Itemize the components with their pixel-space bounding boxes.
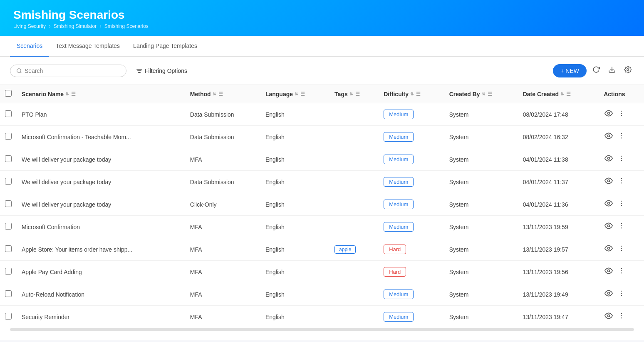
more-options-button[interactable] bbox=[617, 289, 626, 300]
filter-created-by-icon[interactable]: ☰ bbox=[488, 91, 492, 97]
view-button[interactable] bbox=[604, 311, 614, 323]
row-scenario-name: Apple Store: Your items order have shipp… bbox=[17, 238, 185, 261]
row-checkbox-cell bbox=[0, 306, 17, 328]
row-checkbox-4[interactable] bbox=[5, 200, 12, 207]
row-difficulty: Medium bbox=[379, 103, 444, 126]
breadcrumb-item-3[interactable]: Smishing Scenarios bbox=[104, 23, 149, 29]
row-checkbox-6[interactable] bbox=[5, 245, 12, 252]
table-row: Microsoft Confirmation - Teachable Mom..… bbox=[0, 126, 644, 148]
svg-point-34 bbox=[621, 270, 622, 271]
row-scenario-name: We will deliver your package today bbox=[17, 193, 185, 216]
row-created-by: System bbox=[444, 193, 518, 216]
search-input[interactable] bbox=[25, 67, 120, 74]
more-icon bbox=[618, 222, 625, 230]
more-options-button[interactable] bbox=[617, 131, 626, 142]
svg-point-32 bbox=[608, 270, 610, 272]
row-difficulty: Medium bbox=[379, 283, 444, 306]
more-options-button[interactable] bbox=[617, 176, 626, 187]
horizontal-scrollbar[interactable] bbox=[10, 328, 634, 331]
sort-scenario-name-icon[interactable]: ⇅ bbox=[65, 92, 69, 96]
download-button[interactable] bbox=[606, 63, 618, 78]
row-tags bbox=[329, 193, 379, 216]
view-button[interactable] bbox=[604, 176, 614, 188]
tab-scenarios[interactable]: Scenarios bbox=[10, 36, 49, 57]
filter-difficulty-icon[interactable]: ☰ bbox=[416, 91, 421, 97]
view-button[interactable] bbox=[604, 131, 614, 143]
table-row: We will deliver your package today Click… bbox=[0, 193, 644, 216]
sort-method-icon[interactable]: ⇅ bbox=[213, 92, 216, 96]
more-options-button[interactable] bbox=[617, 221, 626, 232]
sort-tags-icon[interactable]: ⇅ bbox=[349, 92, 353, 96]
row-checkbox-7[interactable] bbox=[5, 268, 12, 275]
row-checkbox-3[interactable] bbox=[5, 178, 12, 185]
svg-point-4 bbox=[608, 112, 610, 115]
row-checkbox-cell bbox=[0, 171, 17, 193]
breadcrumb-item-2[interactable]: Smishing Simulator bbox=[54, 23, 97, 29]
eye-icon bbox=[604, 289, 613, 297]
filter-options-button[interactable]: Filtering Options bbox=[131, 65, 192, 77]
view-button[interactable] bbox=[604, 153, 614, 165]
row-checkbox-5[interactable] bbox=[5, 223, 12, 230]
row-checkbox-9[interactable] bbox=[5, 313, 12, 320]
table-row: Apple Store: Your items order have shipp… bbox=[0, 238, 644, 261]
row-method: Data Submission bbox=[185, 103, 260, 126]
row-checkbox-1[interactable] bbox=[5, 133, 12, 140]
eye-icon bbox=[604, 244, 613, 252]
more-options-button[interactable] bbox=[617, 109, 626, 120]
svg-point-33 bbox=[621, 268, 622, 269]
row-actions bbox=[599, 171, 644, 193]
view-button[interactable] bbox=[604, 243, 614, 255]
svg-point-43 bbox=[621, 317, 622, 318]
sort-difficulty-icon[interactable]: ⇅ bbox=[410, 92, 414, 96]
difficulty-badge: Medium bbox=[384, 200, 414, 209]
svg-point-23 bbox=[621, 205, 622, 206]
row-checkbox-8[interactable] bbox=[5, 290, 12, 297]
tab-text-message-templates[interactable]: Text Message Templates bbox=[49, 36, 126, 57]
view-button[interactable] bbox=[604, 108, 614, 120]
row-language: English bbox=[260, 306, 329, 328]
row-date-created: 13/11/2023 19:47 bbox=[518, 306, 599, 328]
view-button[interactable] bbox=[604, 266, 614, 278]
breadcrumb-item-1[interactable]: Living Security bbox=[13, 23, 46, 29]
view-button[interactable] bbox=[604, 198, 614, 210]
filter-tags-icon[interactable]: ☰ bbox=[355, 91, 360, 97]
sort-language-icon[interactable]: ⇅ bbox=[295, 92, 298, 96]
row-date-created: 13/11/2023 19:59 bbox=[518, 216, 599, 238]
page-header: Smishing Scenarios Living Security › Smi… bbox=[0, 0, 644, 36]
more-icon bbox=[618, 290, 625, 297]
more-options-button[interactable] bbox=[617, 311, 626, 322]
filter-date-created-icon[interactable]: ☰ bbox=[566, 91, 571, 97]
row-checkbox-0[interactable] bbox=[5, 110, 12, 117]
new-button[interactable]: + NEW bbox=[553, 64, 587, 77]
svg-point-21 bbox=[621, 201, 622, 202]
table-row: Security Reminder MFA English Medium Sys… bbox=[0, 306, 644, 328]
difficulty-badge: Hard bbox=[384, 267, 406, 277]
filter-method-icon[interactable]: ☰ bbox=[218, 91, 223, 97]
more-options-button[interactable] bbox=[617, 244, 626, 255]
row-date-created: 04/01/2024 11:38 bbox=[518, 148, 599, 171]
row-actions bbox=[599, 126, 644, 148]
row-method: Data Submission bbox=[185, 126, 260, 148]
filter-scenario-name-icon[interactable]: ☰ bbox=[71, 91, 76, 97]
row-date-created: 04/01/2024 11:37 bbox=[518, 171, 599, 193]
more-options-button[interactable] bbox=[617, 199, 626, 210]
view-button[interactable] bbox=[604, 221, 614, 233]
eye-icon bbox=[604, 154, 613, 162]
settings-button[interactable] bbox=[622, 63, 634, 78]
sort-date-created-icon[interactable]: ⇅ bbox=[560, 92, 564, 96]
more-icon bbox=[618, 177, 625, 185]
more-options-button[interactable] bbox=[617, 154, 626, 165]
row-checkbox-2[interactable] bbox=[5, 155, 12, 162]
refresh-button[interactable] bbox=[590, 63, 602, 78]
svg-point-29 bbox=[621, 246, 622, 247]
row-checkbox-cell bbox=[0, 238, 17, 261]
select-all-checkbox[interactable] bbox=[5, 90, 12, 97]
difficulty-badge: Medium bbox=[384, 110, 414, 119]
view-button[interactable] bbox=[604, 288, 614, 300]
difficulty-badge: Hard bbox=[384, 245, 406, 254]
sort-created-by-icon[interactable]: ⇅ bbox=[482, 92, 485, 96]
filter-language-icon[interactable]: ☰ bbox=[300, 91, 305, 97]
more-options-button[interactable] bbox=[617, 266, 626, 277]
col-header-date-created: Date Created ⇅ ☰ bbox=[518, 85, 599, 103]
tab-landing-page-templates[interactable]: Landing Page Templates bbox=[126, 36, 204, 57]
